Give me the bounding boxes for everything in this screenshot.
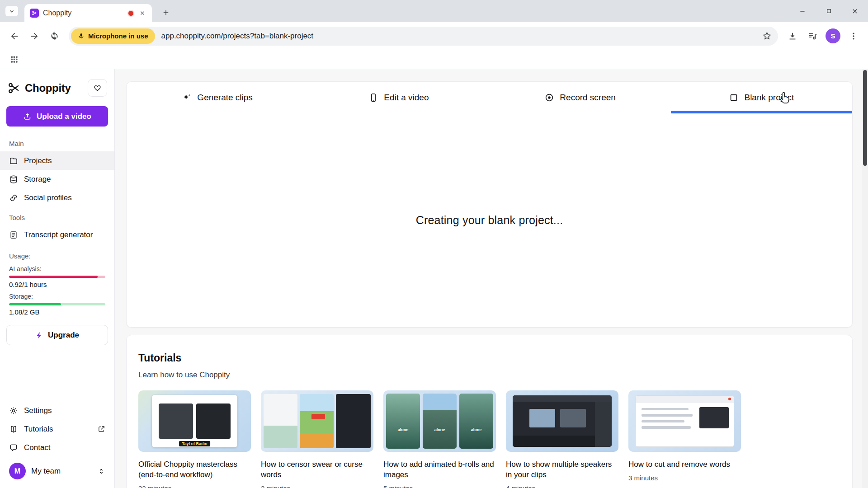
address-bar[interactable]: Microphone in use app.choppity.com/proje… [69,27,778,46]
tutorials-list: Tayl of Radio Official Choppity mastercl… [138,390,840,488]
thumbnail-art-shape: alone [386,394,420,449]
media-controls-button[interactable] [803,27,821,45]
upgrade-button[interactable]: Upgrade [6,325,108,345]
tutorial-title: Official Choppity masterclass (end-to-en… [138,460,251,480]
recording-indicator-icon [128,11,133,16]
choppity-favicon [30,9,39,18]
sidebar-item-storage[interactable]: Storage [0,170,114,188]
browser-tab-strip: Choppity [0,0,868,22]
upload-button-label: Upload a video [37,112,91,121]
team-avatar-initial: M [14,467,20,475]
downloads-button[interactable] [783,27,802,45]
sidebar-item-label: Settings [24,406,52,415]
tutorial-duration: 2 minutes [261,484,373,488]
sidebar-item-social-profiles[interactable]: Social profiles [0,188,114,207]
ai-analysis-meter [9,276,105,278]
sidebar-item-settings[interactable]: Settings [0,401,114,420]
database-icon [9,175,18,184]
upgrade-button-label: Upgrade [48,331,79,340]
tutorials-subheading: Learn how to use Choppity [138,371,840,380]
sidebar-item-tutorials[interactable]: Tutorials [0,420,114,438]
main-content: Generate clips Edit a video Record scree… [115,69,868,488]
browser-toolbar: Microphone in use app.choppity.com/proje… [0,22,868,50]
upload-video-button[interactable]: Upload a video [6,106,108,127]
tab-generate-clips[interactable]: Generate clips [127,82,308,113]
thumbnail-art-shape [642,408,689,411]
external-link-icon [98,425,105,433]
tutorials-heading: Tutorials [138,352,840,364]
thumbnail-art-shape [529,409,555,427]
apps-grid-button[interactable] [7,52,21,66]
new-tab-button[interactable] [159,6,173,19]
close-window-button[interactable] [842,0,868,22]
tutorial-duration: 32 minutes [138,484,251,488]
thumbnail-art [513,395,612,447]
profile-avatar[interactable]: S [826,28,840,43]
tutorial-card[interactable]: Tayl of Radio Official Choppity mastercl… [138,390,251,488]
tutorial-thumbnail[interactable] [261,390,373,452]
thumbnail-art-shape [300,394,334,448]
thumbnail-art-shape [336,394,371,448]
browser-tab[interactable]: Choppity [24,4,152,22]
tutorial-thumbnail[interactable]: alone alone alone [383,390,496,452]
sidebar-item-label: Projects [24,156,52,165]
tab-record-screen[interactable]: Record screen [490,82,671,113]
tab-edit-a-video[interactable]: Edit a video [308,82,489,113]
sidebar-item-label: Social profiles [24,193,72,202]
thumbnail-overlay-text: alone [423,427,457,432]
sidebar-item-contact[interactable]: Contact [0,438,114,457]
tutorial-card[interactable]: How to censor swear or curse words 2 min… [261,390,373,488]
tab-title: Choppity [43,9,124,17]
upload-icon [23,112,32,121]
sidebar-item-label: Tutorials [24,425,53,434]
tutorial-title: How to cut and remove words [628,460,741,470]
book-icon [9,425,18,434]
tutorial-thumbnail[interactable] [628,390,741,452]
team-name: My team [31,467,92,476]
tab-blank-project[interactable]: Blank project [671,82,852,113]
back-button[interactable] [5,27,24,45]
page-scrollbar[interactable] [862,69,868,488]
profile-initial: S [830,32,835,40]
team-switcher[interactable]: M My team [0,457,114,488]
ai-analysis-label: AI analysis: [9,265,105,272]
phone-icon [368,93,378,103]
window-controls [789,0,868,22]
thumbnail-art-shape [642,414,693,417]
tutorial-duration: 5 minutes [383,484,496,488]
thumbnail-art-shape [642,420,685,423]
tutorial-thumbnail[interactable] [506,390,618,452]
tutorial-thumbnail[interactable]: Tayl of Radio [138,390,251,452]
bookmark-star-icon[interactable] [762,31,772,41]
storage-meter [9,303,105,305]
tutorials-section: Tutorials Learn how to use Choppity Tayl… [126,335,853,488]
tutorial-card[interactable]: alone alone alone How to add animated b-… [383,390,496,488]
sidebar-item-transcript-generator[interactable]: Transcript generator [0,225,114,244]
gear-icon [9,406,18,415]
tab-label: Blank project [744,93,794,103]
sidebar-item-label: Storage [24,175,51,184]
sidebar: Choppity Upload a video Main Projects [0,69,115,488]
project-type-tabs: Generate clips Edit a video Record scree… [127,82,852,113]
forward-button[interactable] [25,27,43,45]
tab-list-button[interactable] [5,6,18,16]
thumbnail-art-shape [159,404,193,438]
thumbnail-overlay-text: alone [386,427,420,432]
refresh-button[interactable] [45,27,63,45]
thumbnail-art-shape [560,409,586,427]
microphone-in-use-badge[interactable]: Microphone in use [71,28,155,44]
lightning-bolt-icon [35,331,43,339]
storage-meter-fill [9,303,61,305]
sidebar-item-projects[interactable]: Projects [0,151,114,170]
favorites-button[interactable] [88,79,107,97]
url-text[interactable]: app.choppity.com/projects?tab=blank-proj… [161,32,756,41]
browser-menu-button[interactable] [844,27,863,45]
tab-close-button[interactable] [137,8,147,18]
maximize-button[interactable] [816,0,842,22]
scrollbar-thumb[interactable] [863,70,867,166]
folder-icon [9,156,18,165]
tab-label: Edit a video [384,93,429,103]
tutorial-card[interactable]: How to show multiple speakers in your cl… [506,390,618,488]
tutorial-card[interactable]: How to cut and remove words 3 minutes [628,390,741,488]
minimize-button[interactable] [789,0,816,22]
